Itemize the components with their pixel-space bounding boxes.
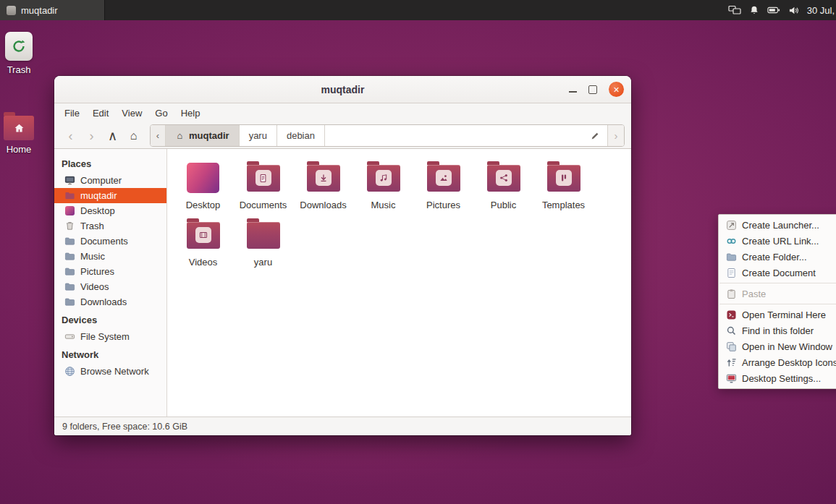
desktop-icon-home[interactable]: Home [0,111,38,155]
sidebar-item-muqtadir[interactable]: muqtadir [54,188,166,203]
sidebar-item-label: Computer [80,175,122,186]
file-icon-slot [307,159,340,197]
path-tab-debian[interactable]: debian [277,125,325,146]
sidebar-item-music[interactable]: Music [54,249,166,264]
folder-download-icon [307,165,340,192]
sidebar-item-downloads[interactable]: Downloads [54,294,166,309]
maximize-button[interactable] [588,85,597,94]
top-panel: muqtadir 30 Jul, [0,0,836,20]
path-scroll-left-button[interactable]: ‹ [151,125,166,146]
context-menu-item-create-launcher[interactable]: Create Launcher... [719,217,836,233]
file-pictures[interactable]: Pictures [413,159,473,210]
folder-icon [64,251,75,262]
file-downloads[interactable]: Downloads [293,159,353,210]
up-button[interactable]: ∧ [103,129,122,142]
context-menu-item-arrange-desktop-icons[interactable]: Arrange Desktop Icons [719,354,836,370]
path-tab-label: yaru [249,130,267,141]
toolbar: ‹ › ∧ ⌂ ‹ ⌂muqtadiryarudebian › [54,123,631,149]
sidebar-item-label: Videos [80,281,109,292]
template-emblem-icon [556,170,572,186]
folder-document-icon [247,165,280,192]
file-label: Downloads [300,200,346,210]
battery-icon[interactable] [767,6,780,14]
sidebar-item-desktop[interactable]: Desktop [54,203,166,218]
path-tab-label: debian [287,130,315,141]
context-menu-label: Open in New Window [742,341,832,352]
link-icon [725,235,737,247]
path-bar: ‹ ⌂muqtadiryarudebian › [150,124,625,147]
file-documents[interactable]: Documents [233,159,293,210]
volume-icon[interactable] [788,6,799,15]
file-music[interactable]: Music [353,159,413,210]
desktop-icon-trash[interactable]: Trash [0,32,38,75]
close-button[interactable]: × [609,82,624,97]
file-yaru[interactable]: yaru [233,216,293,268]
minimize-button[interactable] [569,86,577,93]
network-icon[interactable] [728,5,741,15]
computer-icon [64,175,75,187]
network-globe-icon [64,366,75,377]
file-icon-slot [187,216,220,254]
sidebar-item-browse-network[interactable]: Browse Network [54,364,166,379]
clock[interactable]: 30 Jul, [807,5,835,16]
folder-icon [64,236,75,247]
menu-file[interactable]: File [58,105,86,121]
sidebar-item-trash[interactable]: Trash [54,218,166,234]
titlebar[interactable]: muqtadir × [54,76,631,103]
file-label: Documents [240,200,287,210]
file-public[interactable]: Public [473,159,533,210]
file-videos[interactable]: Videos [173,216,233,268]
path-tab-muqtadir[interactable]: ⌂muqtadir [166,125,240,146]
menu-go[interactable]: Go [148,105,174,121]
forward-button[interactable]: › [82,129,101,142]
active-window-button[interactable]: muqtadir [0,0,105,20]
home-button[interactable]: ⌂ [124,130,143,142]
edit-path-icon[interactable] [583,125,607,146]
sidebar-item-pictures[interactable]: Pictures [54,264,166,279]
file-label: Videos [189,257,218,268]
path-tab-yaru[interactable]: yaru [240,125,277,146]
folder-icon [64,296,75,308]
file-label: Pictures [426,200,460,210]
share-emblem-icon [496,170,512,186]
menu-help[interactable]: Help [174,105,207,121]
trash-icon [64,221,75,232]
context-menu-label: Open Terminal Here [742,309,826,320]
menu-view[interactable]: View [115,105,148,121]
menu-edit[interactable]: Edit [86,105,115,121]
sidebar-item-label: muqtadir [80,190,117,201]
desktop-settings-icon [725,372,737,384]
file-icon-slot [367,159,400,197]
file-templates[interactable]: Templates [533,159,594,210]
file-icon-slot [247,159,280,197]
desktop-icon-label: Trash [7,64,31,75]
context-menu-item-open-in-new-window[interactable]: Open in New Window [719,338,836,354]
active-window-title: muqtadir [21,5,58,16]
desktop-icon-label: Home [7,144,32,155]
sidebar-section-devices: Devices [54,309,166,329]
document-emblem-icon [256,170,271,186]
sidebar-item-label: Browse Network [80,366,149,377]
file-grid: DesktopDocumentsDownloadsMusicPicturesPu… [167,149,631,417]
context-menu-item-find-in-this-folder[interactable]: Find in this folder [719,323,836,338]
bell-icon[interactable] [749,5,759,15]
back-button[interactable]: ‹ [61,129,80,142]
file-desktop[interactable]: Desktop [173,159,233,210]
context-menu-item-desktop-settings[interactable]: Desktop Settings... [719,370,836,386]
home-icon: ⌂ [175,130,185,142]
sidebar-item-label: Music [80,251,105,262]
file-label: Desktop [186,200,221,210]
sidebar-item-file-system[interactable]: File System [54,329,166,344]
image-emblem-icon [436,170,452,186]
context-menu-item-create-url-link[interactable]: Create URL Link... [719,233,836,249]
sidebar-item-videos[interactable]: Videos [54,279,166,294]
sidebar-item-computer[interactable]: Computer [54,173,166,188]
sidebar-item-documents[interactable]: Documents [54,234,166,249]
context-menu-item-open-terminal-here[interactable]: Open Terminal Here [719,307,836,323]
path-scroll-right-button[interactable]: › [607,125,624,146]
path-bar-space [325,125,583,146]
context-menu-item-create-document[interactable]: Create Document› [719,265,836,281]
home-folder-icon [4,116,34,140]
new-window-icon [725,341,737,352]
context-menu-item-create-folder[interactable]: Create Folder... [719,249,836,265]
